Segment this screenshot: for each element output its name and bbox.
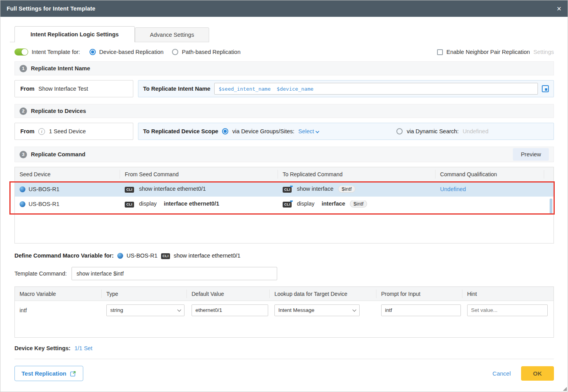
table-row[interactable]: US-BOS-R1 CLI display interface ethernet…	[15, 197, 554, 211]
preview-button[interactable]: Preview	[513, 148, 549, 161]
from-label: From	[20, 128, 34, 134]
tab-intent-replication-logic-settings[interactable]: Intent Replication Logic Settings	[14, 26, 135, 42]
full-settings-dialog: Full Settings for Intent Template × Inte…	[0, 0, 568, 392]
section2-number-badge: 2	[20, 107, 27, 115]
table-row[interactable]: US-BOS-R1 CLI show interface ethernet0/1…	[15, 182, 554, 197]
via-dynamic-search-radio[interactable]	[396, 128, 403, 134]
define-macro-row: Define Command Macro Variable for: US-BO…	[14, 252, 554, 259]
section-replicate-to-devices: 2 Replicate to Devices From i 1 Seed Dev…	[14, 104, 554, 141]
col-default-value: Default Value	[187, 290, 270, 298]
type-select[interactable]: string	[106, 304, 185, 316]
device-icon	[117, 253, 123, 259]
dialog-titlebar: Full Settings for Intent Template ×	[0, 0, 568, 17]
template-command-label: Template Command:	[14, 270, 67, 277]
col-from-seed-command: From Seed Command	[120, 170, 278, 179]
neighbor-settings-link[interactable]: Settings	[534, 49, 554, 55]
default-value-input[interactable]	[192, 304, 268, 316]
replicate-command-table: Seed Device From Seed Command To Replica…	[14, 167, 554, 243]
seed-device-name: US-BOS-R1	[29, 201, 59, 207]
col-hint: Hint	[462, 290, 554, 298]
cli-badge: CLI	[125, 200, 134, 208]
insert-variable-icon[interactable]	[542, 85, 549, 92]
template-command-row: Template Command:	[14, 267, 554, 280]
template-command-input[interactable]	[72, 267, 277, 280]
command-qualification-link[interactable]: Undefined	[440, 186, 466, 192]
replicate-intent-name-input[interactable]	[214, 83, 538, 95]
section1-number-badge: 1	[20, 65, 27, 72]
lookup-data-select[interactable]: Intent Message	[274, 304, 360, 316]
device-groups-select-link[interactable]: Select	[298, 128, 318, 134]
device-scope-label: To Replicated Device Scope	[143, 128, 218, 134]
from-label: From	[20, 86, 34, 92]
device-based-label: Device-based Replication	[99, 49, 163, 55]
via-dynamic-search-label: via Dynamic Search:	[407, 128, 459, 134]
cli-badge-modified: CLI	[283, 186, 292, 193]
device-key-settings-label: Device Key Settings:	[14, 345, 70, 351]
neighbor-pair-label: Enable Neighbor Pair Replication	[446, 49, 530, 55]
section3-number-badge: 3	[20, 151, 27, 158]
chevron-down-icon	[353, 308, 357, 311]
chevron-down-icon	[315, 129, 319, 133]
dialog-content: Intent Replication Logic Settings Advanc…	[0, 17, 568, 381]
info-icon[interactable]: i	[38, 128, 45, 135]
col-seed-device: Seed Device	[15, 170, 120, 179]
seed-device-count: 1 Seed Device	[49, 128, 86, 134]
footer-divider	[14, 359, 554, 359]
chevron-down-icon	[177, 308, 181, 311]
table-scrollbar-thumb[interactable]	[550, 199, 552, 214]
macro-variable-row: intf string Intent Message	[15, 301, 554, 319]
ok-button[interactable]: OK	[521, 366, 554, 381]
intent-template-toggle[interactable]	[14, 48, 28, 55]
seed-command-rest: interface ethernet0/1	[164, 200, 219, 207]
seed-command-word: display	[139, 200, 157, 207]
neighbor-pair-checkbox[interactable]	[437, 49, 443, 55]
cli-badge: CLI	[125, 186, 134, 193]
device-based-radio[interactable]	[90, 49, 96, 55]
dynamic-search-value: Undefined	[462, 128, 488, 134]
test-replication-button[interactable]: Test Replication	[14, 366, 83, 381]
seed-intent-name: Show Interface Test	[38, 86, 88, 92]
hint-input[interactable]	[467, 304, 548, 316]
device-icon	[20, 186, 25, 192]
col-type: Type	[102, 290, 187, 298]
device-key-settings-row: Device Key Settings: 1/1 Set	[14, 345, 554, 351]
intf-variable-pill[interactable]: $intf	[338, 186, 355, 193]
cli-badge-modified: CLI	[283, 200, 292, 208]
intent-name-from-box: From Show Interface Test	[14, 80, 133, 97]
close-icon[interactable]: ×	[557, 5, 561, 13]
section-replicate-intent-name: 1 Replicate Intent Name From Show Interf…	[14, 61, 554, 98]
footer: Test Replication Cancel OK	[14, 366, 554, 381]
define-macro-label: Define Command Macro Variable for:	[14, 252, 114, 259]
macro-variable-name: intf	[20, 307, 27, 313]
col-prompt-for-input: Prompt for Input	[376, 290, 462, 298]
replicated-command-word2: interface	[322, 200, 345, 207]
section-replicate-command: 3 Replicate Command Preview Seed Device …	[14, 147, 554, 243]
intf-variable-pill[interactable]: $intf	[350, 200, 367, 208]
prompt-for-input-field[interactable]	[381, 304, 461, 316]
section3-title: Replicate Command	[31, 151, 85, 158]
col-macro-variable: Macro Variable	[15, 290, 102, 298]
device-key-set-link[interactable]: 1/1 Set	[74, 345, 92, 351]
path-based-radio[interactable]	[172, 49, 178, 55]
section2-title: Replicate to Devices	[31, 108, 86, 114]
via-device-groups-radio[interactable]	[222, 128, 228, 134]
external-link-icon	[70, 371, 76, 377]
intent-template-label: Intent Template for:	[32, 49, 80, 55]
replicated-command-word: display	[297, 200, 314, 207]
macro-variable-table: Macro Variable Type Default Value Lookup…	[14, 286, 554, 338]
section1-title: Replicate Intent Name	[31, 65, 90, 72]
intent-name-to-box: To Replicate Intent Name	[138, 80, 554, 97]
template-for-row: Intent Template for: Device-based Replic…	[14, 48, 554, 55]
resize-handle[interactable]	[563, 387, 567, 391]
cancel-button[interactable]: Cancel	[493, 370, 511, 377]
via-device-groups-label: via Device Groups/Sites:	[232, 128, 294, 134]
to-replicate-intent-name-label: To Replicate Intent Name	[143, 86, 210, 92]
path-based-label: Path-based Replication	[182, 49, 240, 55]
tab-advance-settings[interactable]: Advance Settings	[135, 27, 210, 42]
col-command-qualification: Command Qualification	[435, 170, 544, 179]
command-table-header: Seed Device From Seed Command To Replica…	[15, 167, 554, 182]
seed-device-name: US-BOS-R1	[29, 186, 59, 192]
macro-table-header: Macro Variable Type Default Value Lookup…	[15, 287, 554, 301]
device-icon	[20, 201, 25, 207]
replicated-command-text: show interface	[297, 186, 333, 192]
